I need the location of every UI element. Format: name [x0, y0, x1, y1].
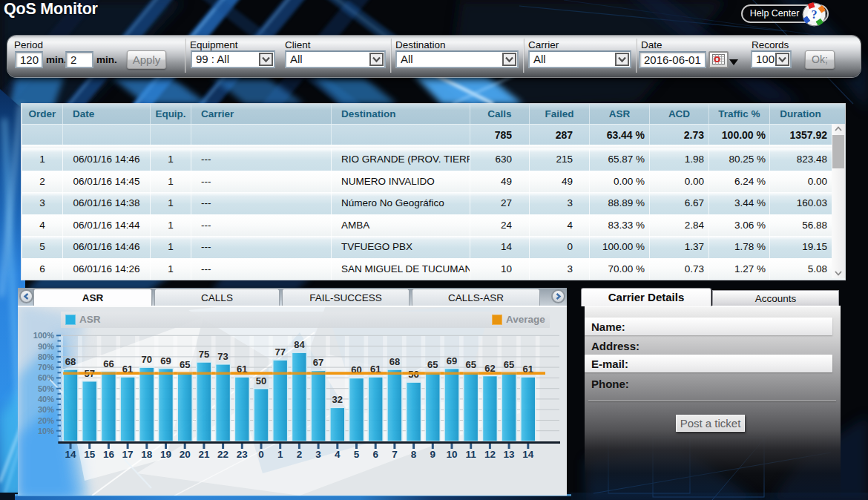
svg-text:5: 5 [354, 449, 360, 460]
svg-text:10%: 10% [38, 427, 54, 435]
svg-text:18: 18 [141, 449, 153, 460]
svg-text:100%: 100% [33, 331, 54, 340]
svg-text:23: 23 [237, 449, 249, 460]
svg-text:62: 62 [484, 363, 495, 374]
svg-text:40%: 40% [38, 395, 54, 404]
svg-text:17: 17 [122, 449, 134, 460]
svg-text:21: 21 [198, 449, 210, 460]
svg-text:7: 7 [392, 449, 398, 460]
svg-text:65: 65 [427, 359, 438, 370]
svg-text:?: ? [812, 8, 818, 21]
svg-text:3: 3 [315, 449, 321, 460]
svg-text:68: 68 [65, 356, 76, 367]
svg-text:77: 77 [274, 346, 285, 358]
svg-text:9: 9 [430, 449, 436, 460]
svg-text:60%: 60% [38, 373, 54, 382]
svg-text:0: 0 [258, 449, 264, 460]
svg-text:30%: 30% [38, 405, 54, 414]
svg-text:6: 6 [372, 449, 378, 460]
svg-text:14: 14 [522, 449, 534, 460]
svg-text:69: 69 [447, 355, 457, 366]
svg-text:14: 14 [65, 449, 76, 460]
svg-text:84: 84 [294, 339, 305, 350]
svg-text:80%: 80% [38, 352, 54, 361]
svg-text:70: 70 [142, 354, 152, 365]
svg-text:68: 68 [389, 356, 400, 367]
svg-text:2: 2 [297, 449, 303, 460]
svg-text:65: 65 [465, 359, 476, 370]
svg-text:12: 12 [484, 449, 496, 460]
svg-text:69: 69 [160, 355, 171, 366]
svg-text:50%: 50% [38, 384, 54, 393]
svg-text:4: 4 [335, 449, 341, 460]
svg-text:65: 65 [180, 359, 190, 370]
svg-text:50: 50 [256, 375, 266, 386]
svg-text:19: 19 [160, 449, 171, 460]
svg-text:13: 13 [504, 449, 516, 460]
svg-text:73: 73 [217, 351, 228, 362]
svg-text:67: 67 [313, 357, 323, 368]
svg-text:22: 22 [217, 449, 228, 460]
svg-text:65: 65 [504, 359, 514, 370]
svg-text:10: 10 [446, 449, 457, 460]
svg-text:75: 75 [199, 349, 209, 360]
svg-text:66: 66 [103, 358, 114, 369]
svg-text:20: 20 [180, 449, 191, 460]
svg-text:70%: 70% [38, 363, 54, 372]
svg-text:11: 11 [466, 449, 477, 460]
svg-text:1: 1 [277, 449, 283, 460]
svg-text:8: 8 [411, 449, 417, 460]
svg-text:90%: 90% [38, 342, 54, 351]
svg-text:20%: 20% [38, 416, 54, 425]
svg-text:15: 15 [84, 449, 96, 460]
svg-text:32: 32 [332, 394, 343, 405]
svg-text:16: 16 [103, 449, 115, 460]
